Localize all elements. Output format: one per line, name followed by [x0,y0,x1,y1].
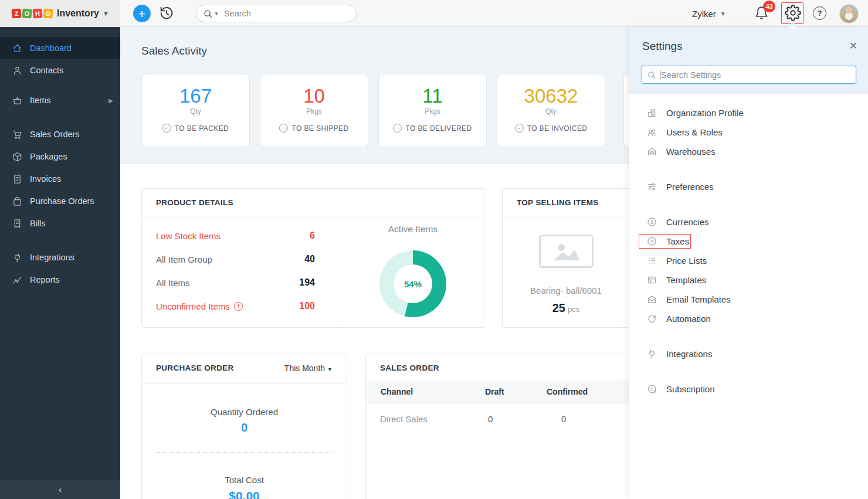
sidebar-item-sales-orders[interactable]: Sales Orders [0,123,120,145]
svg-text:$: $ [650,386,653,392]
search-scope-caret-icon[interactable]: ▼ [214,11,219,16]
top-item-name[interactable]: Bearing- ball/6001 [503,286,629,296]
settings-search-input[interactable]: Search Settings [642,66,856,84]
settings-item-label: Email Templates [666,294,731,304]
qty-unit: pcs [568,305,579,314]
card-status: ▢TO BE SHIPPED [260,124,368,133]
check-circle-icon: ✓ [162,124,171,133]
table-column-header: Confirmed [547,387,588,396]
topbar: ZOHO Inventory ▼ + ▼ Search Zylker ▼ 43 [0,0,868,27]
doc-circle-icon: ≡ [515,124,524,133]
sales-activity-card[interactable]: 10Pkgs▢TO BE SHIPPED [260,74,368,147]
table-column-header: Channel [381,387,413,396]
settings-item-currencies[interactable]: $Currencies [629,212,868,232]
section-title: Sales Activity [141,45,207,57]
settings-item-preferences[interactable]: Preferences [629,177,868,196]
product-detail-label[interactable]: Low Stock Items [156,231,221,241]
period-dropdown[interactable]: This Month▼ [284,364,333,373]
app-logo[interactable]: ZOHO Inventory ▼ [0,0,120,27]
product-detail-row: All Item Group40 [142,247,341,271]
sidebar-item-bills[interactable]: Bills [0,212,120,235]
notification-count-badge: 43 [763,1,775,12]
sales-activity-card[interactable]: 167Qty✓TO BE PACKED [141,74,250,147]
settings-item-label: Templates [666,275,706,285]
zoho-inventory-app: ZOHO Inventory ▼ + ▼ Search Zylker ▼ 43 [0,0,868,499]
card-value: 30632 [497,86,605,107]
donut-percent-label: 54% [394,264,432,303]
product-detail-value: 6 [310,230,315,241]
settings-item-subscription[interactable]: $Subscription [629,379,868,399]
divider [142,218,484,218]
chevron-left-icon: ‹ [59,484,62,494]
settings-item-taxes[interactable]: %Taxes [629,232,868,251]
card-status: ⋯TO BE DELIVERED [379,124,486,133]
sidebar-item-invoices[interactable]: Invoices [0,168,120,190]
card-title: PURCHASE ORDER [156,364,233,372]
metric-label: Quantity Ordered [142,407,347,417]
sidebar-item-purchase-orders[interactable]: Purchase Orders [0,190,120,212]
table-column-header: Draft [485,387,504,396]
logo-letter-tile: Z [11,8,21,18]
settings-item-organization-profile[interactable]: Organization Profile [629,103,868,123]
settings-item-label: Warehouses [666,147,716,157]
card-status-label: TO BE PACKED [175,124,229,133]
table-cell: 0 [488,414,493,424]
top-item-qty: 25pcs [503,301,629,315]
svg-text:%: % [650,239,654,244]
product-detail-label[interactable]: Unconfirmed Items! [156,301,243,311]
settings-item-label: Organization Profile [666,108,744,118]
settings-item-templates[interactable]: Templates [629,270,868,290]
sidebar-collapse-button[interactable]: ‹ [0,480,120,499]
settings-item-label: Subscription [666,384,715,394]
sidebar-item-contacts[interactable]: Contacts [0,59,120,82]
global-search-input[interactable]: ▼ Search [196,5,357,22]
card-unit: Pkgs [379,107,486,116]
item-image-placeholder [539,235,594,268]
settings-item-price-lists[interactable]: Price Lists [629,251,868,270]
sales-activity-card[interactable]: 30632Qty≡TO BE INVOICED [497,74,605,147]
warehouse-icon [647,147,657,157]
total-cost-value: $0.00 [142,489,347,499]
sidebar-item-items[interactable]: Items▶ [0,89,120,111]
recent-history-button[interactable] [158,5,175,22]
metric-label: Total Cost [142,475,347,485]
chevron-down-icon: ▼ [103,10,109,17]
user-avatar[interactable] [839,4,859,23]
settings-item-label: Taxes [666,236,689,246]
box-circle-icon: ▢ [279,124,288,133]
card-status-label: TO BE INVOICED [527,124,588,133]
settings-item-users-roles[interactable]: Users & Roles [629,123,868,142]
dots-circle-icon: ⋯ [393,124,402,133]
sidebar-item-packages[interactable]: Packages [0,145,120,168]
card-title: TOP SELLING ITEMS [517,198,599,207]
contacts-icon [12,66,22,76]
settings-button[interactable] [785,5,801,21]
building-icon [647,108,657,118]
chart-icon [12,275,22,285]
sidebar-item-dashboard[interactable]: Dashboard [0,37,120,59]
help-button[interactable]: ? [813,6,826,20]
search-icon [204,9,212,18]
org-switcher[interactable]: Zylker ▼ [692,0,726,27]
sidebar-item-integrations[interactable]: Integrations [0,246,120,269]
settings-item-integrations[interactable]: Integrations [629,344,868,364]
sidebar-item-label: Contacts [30,66,63,75]
product-details-card: PRODUCT DETAILS Low Stock Items6All Item… [141,188,484,328]
settings-item-email-templates[interactable]: Email Templates [629,290,868,309]
card-status-label: TO BE SHIPPED [291,124,348,133]
product-detail-row: Low Stock Items6 [142,224,341,247]
search-icon [647,71,656,79]
table-cell: Direct Sales [380,414,428,424]
settings-item-automation[interactable]: Automation [629,309,868,328]
bill-icon [12,219,22,229]
product-detail-label: All Item Group [156,254,212,264]
history-icon [158,5,175,22]
close-icon[interactable]: ✕ [849,40,857,52]
subscription-icon: $ [647,384,657,394]
quick-create-button[interactable]: + [133,5,151,22]
sidebar-item-reports[interactable]: Reports [0,269,120,291]
currency-circle-icon: $ [647,217,657,227]
card-value: 10 [260,86,368,107]
settings-item-warehouses[interactable]: Warehouses [629,142,868,161]
sales-activity-card[interactable]: 11Pkgs⋯TO BE DELIVERED [378,74,487,147]
